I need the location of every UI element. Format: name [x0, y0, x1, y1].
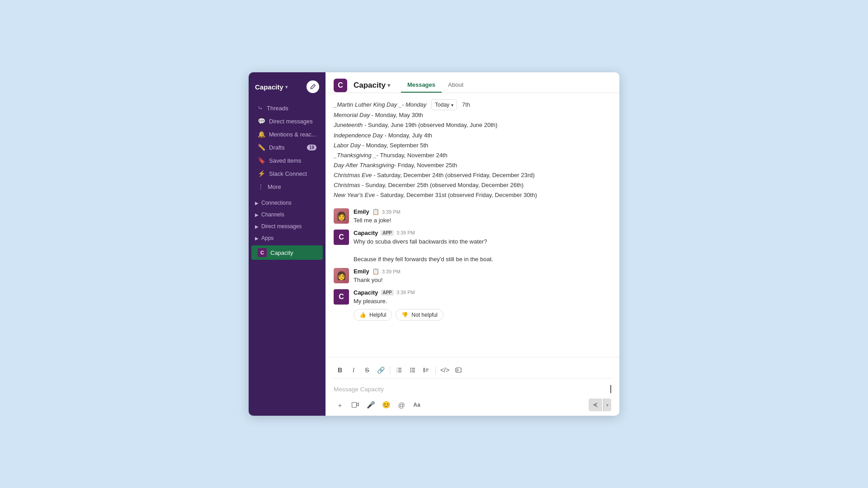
- feedback-buttons: 👍 Helpful 👎 Not helpful: [354, 309, 611, 321]
- holiday-juneteenth: Juneteenth - Sunday, June 19th (observed…: [334, 120, 611, 130]
- capacity-2-text: My pleasure.: [354, 297, 611, 306]
- capacity-1-app-badge: APP: [381, 230, 394, 236]
- sidebar-section-apps[interactable]: ▶ Apps: [249, 231, 326, 243]
- send-button-group: ▾: [589, 399, 611, 411]
- emily-avatar-image-2: 👩: [334, 268, 349, 283]
- today-chevron-icon: ▾: [451, 101, 453, 109]
- channels-arrow-icon: ▶: [255, 212, 259, 217]
- link-button[interactable]: 🔗: [374, 364, 387, 376]
- unordered-list-button[interactable]: [406, 364, 419, 376]
- capacity-2-author: Capacity: [354, 289, 378, 296]
- sidebar-item-saved[interactable]: 🔖 Saved items: [251, 154, 323, 167]
- sidebar-section-channels[interactable]: ▶ Channels: [249, 208, 326, 220]
- workspace-label: Capacity: [255, 83, 283, 91]
- emily-1-content: Emily 📋 3:39 PM Tell me a joke!: [354, 208, 611, 225]
- sidebar-section-direct-messages[interactable]: ▶ Direct messages: [249, 220, 326, 231]
- sidebar-item-capacity[interactable]: C Capacity: [251, 245, 323, 260]
- connections-label: Connections: [261, 200, 292, 206]
- strikethrough-button[interactable]: S: [361, 364, 373, 376]
- holiday-day-after-thanksgiving: Day After Thanksgiving- Friday, November…: [334, 160, 611, 170]
- today-badge[interactable]: Today ▾: [431, 99, 457, 110]
- sidebar-section-connections[interactable]: ▶ Connections: [249, 196, 326, 208]
- more-icon: ⋮: [258, 183, 264, 190]
- emily-2-time: 3:39 PM: [382, 269, 401, 274]
- snippet-button[interactable]: [452, 364, 465, 376]
- holiday-thanksgiving: _Thanksgiving _- Thursday, November 24th: [334, 150, 611, 160]
- channel-title[interactable]: Capacity ▾: [354, 81, 390, 90]
- channel-header: C Capacity ▾ Messages About: [326, 72, 619, 93]
- dm-section-arrow-icon: ▶: [255, 224, 259, 229]
- compose-button[interactable]: [307, 80, 319, 93]
- bold-button[interactable]: B: [334, 364, 346, 376]
- format-button[interactable]: Aa: [410, 399, 423, 411]
- saved-label: Saved items: [269, 157, 302, 164]
- main-content: C Capacity ▾ Messages About _Martin Luth…: [326, 72, 619, 416]
- capacity-avatar-1: C: [334, 230, 349, 245]
- microphone-button[interactable]: 🎤: [364, 399, 377, 411]
- svg-point-7: [410, 370, 411, 371]
- capacity-1-content: Capacity APP 3:39 PM Why do scuba divers…: [354, 230, 611, 264]
- sidebar-item-drafts[interactable]: ✏️ Drafts 19: [251, 141, 323, 154]
- mention-button[interactable]: @: [395, 399, 408, 411]
- helpful-icon: 👍: [359, 312, 366, 318]
- holiday-christmas: Christmas - Sunday, December 25th (obser…: [334, 180, 611, 190]
- holiday-christmas-eve: Christmas Eve - Saturday, December 24th …: [334, 170, 611, 180]
- add-button[interactable]: +: [334, 399, 346, 411]
- drafts-badge: 19: [307, 145, 316, 150]
- tab-about-label: About: [448, 81, 463, 88]
- toolbar-separator-1: [390, 366, 390, 374]
- messages-area: _Martin Luther King Day _- Monday Today …: [326, 93, 619, 357]
- slack-connect-label: Slack Connect: [269, 170, 307, 177]
- svg-rect-12: [424, 368, 425, 372]
- day-number: 7th: [462, 101, 470, 108]
- tab-about[interactable]: About: [442, 78, 470, 93]
- sidebar-item-mentions[interactable]: 🔔 Mentions & reac...: [251, 128, 323, 141]
- saved-icon: 🔖: [258, 157, 265, 164]
- sidebar-nav: ⤷ Threads 💬 Direct messages 🔔 Mentions &…: [249, 99, 326, 416]
- threads-icon: ⤷: [258, 104, 263, 112]
- holiday-memorial: Memorial Day - Monday, May 30th: [334, 110, 611, 120]
- ordered-list-button[interactable]: 123: [393, 364, 406, 376]
- emily-1-time: 3:39 PM: [382, 209, 401, 215]
- italic-button[interactable]: I: [347, 364, 360, 376]
- capacity-2-content: Capacity APP 3:39 PM My pleasure. 👍 Help…: [354, 289, 611, 321]
- capacity-channel-logo: C: [258, 248, 267, 257]
- holiday-list: _Martin Luther King Day _- Monday Today …: [334, 98, 611, 204]
- apps-arrow-icon: ▶: [255, 236, 259, 241]
- send-button[interactable]: [589, 399, 602, 411]
- message-input-field[interactable]: Message Capacity: [332, 379, 613, 396]
- direct-messages-icon: 💬: [258, 117, 265, 125]
- holiday-partial-text: _Martin Luther King Day _- Monday: [334, 101, 426, 108]
- capacity-1-time: 3:39 PM: [396, 230, 415, 235]
- sidebar-item-threads[interactable]: ⤷ Threads: [251, 102, 323, 114]
- capacity-1-author: Capacity: [354, 230, 378, 236]
- message-capacity-1: C Capacity APP 3:39 PM Why do scuba dive…: [334, 230, 611, 264]
- code-button[interactable]: </>: [439, 364, 451, 376]
- mentions-label: Mentions & reac...: [269, 131, 316, 138]
- emily-2-content: Emily 📋 3:39 PM Thank you!: [354, 268, 611, 285]
- tab-messages[interactable]: Messages: [401, 78, 442, 93]
- input-cursor: [610, 385, 611, 393]
- send-options-button[interactable]: ▾: [603, 399, 611, 411]
- blockquote-button[interactable]: [420, 364, 433, 376]
- svg-text:3: 3: [396, 371, 398, 373]
- holiday-partial-line: _Martin Luther King Day _- Monday Today …: [334, 99, 611, 110]
- sidebar-item-direct-messages[interactable]: 💬 Direct messages: [251, 115, 323, 127]
- emoji-button[interactable]: 😊: [380, 399, 392, 411]
- sidebar-item-slack-connect[interactable]: ⚡ Slack Connect: [251, 167, 323, 180]
- video-button[interactable]: [349, 399, 362, 411]
- not-helpful-label: Not helpful: [411, 312, 437, 318]
- helpful-button[interactable]: 👍 Helpful: [354, 309, 392, 321]
- channel-name: Capacity: [354, 81, 386, 90]
- sidebar-item-more[interactable]: ⋮ More: [251, 180, 323, 193]
- helpful-label: Helpful: [369, 312, 386, 318]
- not-helpful-button[interactable]: 👎 Not helpful: [396, 309, 443, 321]
- channel-chevron-icon: ▾: [387, 82, 390, 89]
- emily-2-text: Thank you!: [354, 276, 611, 285]
- emily-avatar-1: 👩: [334, 208, 349, 224]
- svg-point-8: [410, 371, 411, 372]
- channels-label: Channels: [261, 211, 284, 218]
- workspace-name[interactable]: Capacity ▾: [255, 83, 288, 91]
- dm-section-label: Direct messages: [261, 223, 302, 230]
- capacity-1-meta: Capacity APP 3:39 PM: [354, 230, 611, 236]
